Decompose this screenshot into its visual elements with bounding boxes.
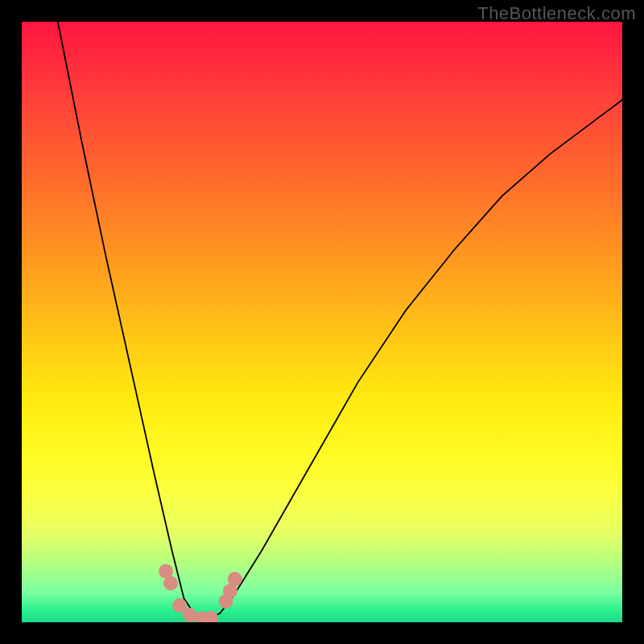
plot-area bbox=[22, 22, 622, 622]
watermark-label: TheBottleneck.com bbox=[477, 3, 636, 24]
curve-bead bbox=[228, 572, 242, 586]
bottleneck-curve bbox=[22, 22, 622, 622]
curve-path bbox=[58, 22, 622, 619]
curve-bead bbox=[163, 576, 178, 591]
bead-group bbox=[159, 564, 242, 622]
chart-frame: TheBottleneck.com bbox=[0, 0, 644, 644]
curve-bead bbox=[204, 611, 218, 622]
